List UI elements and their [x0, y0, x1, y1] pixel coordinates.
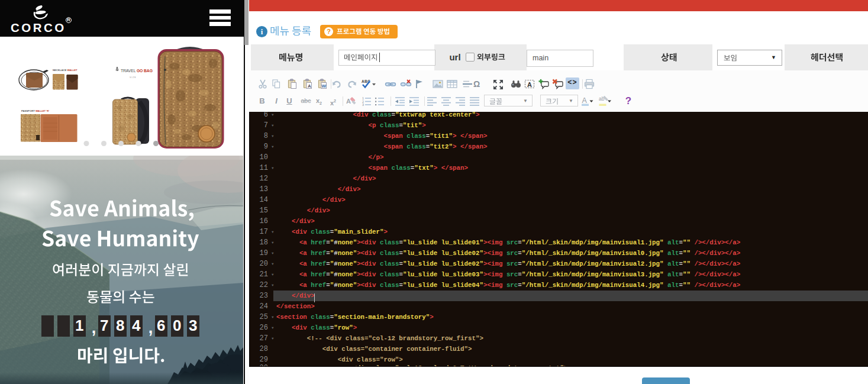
svg-text:NECKLACE WALLET: NECKLACE WALLET	[53, 69, 78, 72]
svg-text:A: A	[308, 83, 311, 89]
svg-text:3: 3	[362, 103, 364, 107]
svg-text:W: W	[322, 83, 327, 89]
svg-text:A: A	[582, 96, 588, 105]
svg-text:A: A	[527, 81, 532, 88]
svg-text:S I Z E: S I Z E	[130, 76, 136, 79]
svg-text:PASSPORT WALLET 'R': PASSPORT WALLET 'R'	[21, 109, 49, 112]
svg-text:A: A	[346, 98, 351, 105]
svg-text:TRAVEL GO BAG: TRAVEL GO BAG	[121, 69, 153, 73]
